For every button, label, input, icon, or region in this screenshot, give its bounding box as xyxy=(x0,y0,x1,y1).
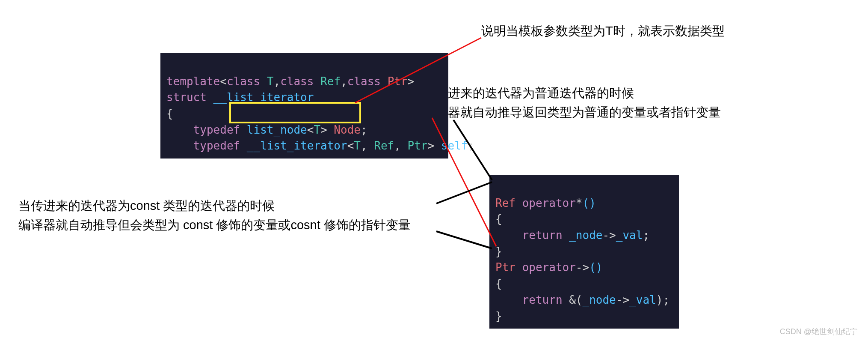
type-Ref: Ref xyxy=(314,75,341,88)
type-T3: T xyxy=(354,139,361,152)
annotation-top: 说明当模板参数类型为T时，就表示数据类型 xyxy=(481,21,725,41)
watermark: CSDN @绝世剑仙纪宁 xyxy=(780,326,858,337)
type-Ptr2: Ptr xyxy=(408,139,428,152)
brace-close2: } xyxy=(495,245,502,258)
op-paren-open: ( xyxy=(576,293,583,306)
annotation-left-line1: 当传进来的迭代器为const 类型的迭代器的时候 xyxy=(18,196,275,215)
code-block-top: template<class T,class Ref,class Ptr> st… xyxy=(160,53,448,159)
id-self: self xyxy=(441,139,468,152)
op-gt3: > xyxy=(428,139,441,152)
id-val1: _val xyxy=(616,229,643,242)
id-node1: _node xyxy=(569,229,602,242)
arrow-black-3 xyxy=(436,231,492,248)
kw-return2: return xyxy=(495,293,569,306)
annotation-right-line2: 编译器就自动推导返回类型为普通的变量或者指针变量 xyxy=(423,103,721,122)
op-lt: < xyxy=(220,75,227,88)
op-semi4: ; xyxy=(663,293,670,306)
kw-return1: return xyxy=(495,229,569,242)
op-c4: , xyxy=(394,139,407,152)
type-list-node: list_node xyxy=(247,123,307,136)
type-Ptr: Ptr xyxy=(381,75,408,88)
id-val2: _val xyxy=(629,293,656,306)
annotation-right-line1: 当传进来的迭代器为普通迭代器的时候 xyxy=(423,84,634,103)
type-T2: T xyxy=(314,123,320,136)
op-comma1: , xyxy=(273,75,280,88)
kw-template: template xyxy=(166,75,220,88)
op-star: * xyxy=(576,197,583,209)
op-semi1: ; xyxy=(361,123,367,136)
type-Ref3: Ref xyxy=(495,197,522,209)
code-block-bottom: Ref operator*() { return _node->_val; } … xyxy=(489,175,679,329)
op-gt2: > xyxy=(320,123,334,136)
id-Node: Node xyxy=(334,123,361,136)
type-Ptr3: Ptr xyxy=(495,261,522,274)
brace-close3: } xyxy=(495,310,502,323)
id-node2: _node xyxy=(583,293,616,306)
paren2: () xyxy=(589,261,602,274)
op-semi2: ; xyxy=(468,139,474,152)
kw-class1: class xyxy=(227,75,260,88)
kw-class2: class xyxy=(280,75,314,88)
kw-struct: struct xyxy=(166,91,213,104)
annotation-left-line2: 编译器就自动推导但会类型为 const 修饰的变量或cosnt 修饰的指针变量 xyxy=(18,215,411,235)
op-amp: & xyxy=(569,293,576,306)
brace-open2: { xyxy=(495,212,502,225)
brace-open3: { xyxy=(495,277,502,290)
op-c3: , xyxy=(361,139,374,152)
kw-operator2: operator xyxy=(522,261,576,274)
op-lt3: < xyxy=(347,139,354,152)
kw-typedef2: typedef xyxy=(166,139,247,152)
type-Ref2: Ref xyxy=(374,139,394,152)
op-semi3: ; xyxy=(643,229,649,242)
op-arrow1: -> xyxy=(602,229,616,242)
arrow-black-2 xyxy=(436,182,492,203)
kw-typedef1: typedef xyxy=(166,123,247,136)
paren1: () xyxy=(583,197,596,209)
kw-class3: class xyxy=(347,75,381,88)
connector-overlay xyxy=(0,0,868,341)
kw-operator1: operator xyxy=(522,197,576,209)
type-list-iterator2: __list_iterator xyxy=(247,139,347,152)
id-list-iterator: __list_iterator xyxy=(213,91,314,104)
op-gt: > xyxy=(408,75,415,88)
type-T: T xyxy=(260,75,273,88)
op-lt2: < xyxy=(307,123,314,136)
op-paren-close: ) xyxy=(656,293,663,306)
op-arrow2: -> xyxy=(576,261,589,274)
op-arrow3: -> xyxy=(616,293,629,306)
op-comma2: , xyxy=(341,75,347,88)
brace-open: { xyxy=(166,107,173,120)
